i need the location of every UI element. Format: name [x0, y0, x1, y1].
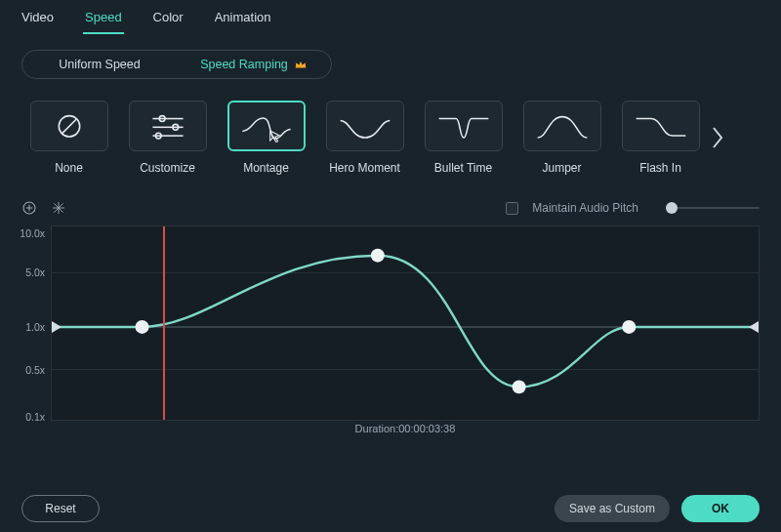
duration-readout: Duration:00:00:03:38 — [51, 423, 760, 438]
tab-speed[interactable]: Speed — [83, 10, 124, 34]
preset-customize[interactable]: Customize — [120, 101, 215, 175]
tab-color[interactable]: Color — [151, 10, 185, 34]
playhead[interactable] — [163, 226, 165, 420]
speed-graph: 10.0x 5.0x 1.0x 0.5x 0.1x Duration:00:00… — [16, 225, 765, 438]
maintain-pitch-checkbox[interactable] — [506, 202, 518, 215]
graph-toolbar: Maintain Audio Pitch — [21, 200, 760, 216]
svg-point-21 — [622, 320, 636, 334]
y-tick: 0.5x — [25, 364, 45, 376]
maintain-pitch-label: Maintain Audio Pitch — [532, 201, 638, 215]
y-tick: 10.0x — [20, 227, 45, 239]
preset-label: Jumper — [542, 161, 581, 175]
y-tick: 0.1x — [25, 411, 45, 423]
preset-jumper[interactable]: Jumper — [514, 101, 609, 175]
mode-uniform[interactable]: Uniform Speed — [22, 51, 177, 78]
graph-svg — [52, 226, 759, 420]
preset-row: None Customize Montage Hero Moment Bulle… — [21, 101, 781, 175]
preset-label: Montage — [243, 161, 289, 175]
preset-bullet-time[interactable]: Bullet Time — [416, 101, 511, 175]
svg-line-1 — [62, 118, 77, 134]
freeze-frame-icon[interactable] — [51, 200, 66, 216]
svg-point-20 — [513, 380, 526, 393]
svg-point-19 — [371, 249, 385, 263]
y-tick: 5.0x — [25, 266, 45, 278]
preset-flash-in[interactable]: Flash In — [613, 101, 708, 175]
preset-label: Hero Moment — [329, 161, 400, 175]
preset-hero-moment[interactable]: Hero Moment — [317, 101, 412, 175]
tab-animation[interactable]: Animation — [213, 10, 273, 34]
preset-none[interactable]: None — [21, 101, 116, 175]
cursor-icon — [267, 129, 283, 144]
pitch-slider[interactable] — [666, 207, 760, 209]
bottom-bar: Reset Save as Custom OK — [0, 495, 781, 522]
speed-mode-toggle: Uniform Speed Speed Ramping — [21, 50, 332, 79]
preset-label: Customize — [140, 161, 195, 175]
chevron-right-icon — [712, 118, 723, 157]
save-as-custom-button[interactable]: Save as Custom — [555, 495, 670, 522]
y-tick: 1.0x — [25, 321, 45, 333]
add-keyframe-icon[interactable] — [21, 200, 37, 216]
top-tabs: Video Speed Color Animation — [0, 0, 781, 34]
tab-video[interactable]: Video — [20, 10, 56, 34]
graph-canvas[interactable] — [51, 225, 760, 421]
slider-knob[interactable] — [666, 202, 678, 214]
svg-point-18 — [135, 320, 148, 334]
y-axis-labels: 10.0x 5.0x 1.0x 0.5x 0.1x — [16, 225, 49, 421]
ok-button[interactable]: OK — [681, 495, 760, 522]
mode-ramping[interactable]: Speed Ramping — [177, 51, 331, 78]
mode-ramping-label: Speed Ramping — [200, 58, 288, 71]
preset-next-button[interactable] — [708, 108, 727, 167]
preset-montage[interactable]: Montage — [219, 101, 313, 175]
preset-label: None — [55, 161, 83, 175]
preset-label: Flash In — [639, 161, 681, 175]
preset-label: Bullet Time — [434, 161, 492, 175]
reset-button[interactable]: Reset — [21, 495, 100, 522]
crown-icon — [294, 58, 308, 71]
